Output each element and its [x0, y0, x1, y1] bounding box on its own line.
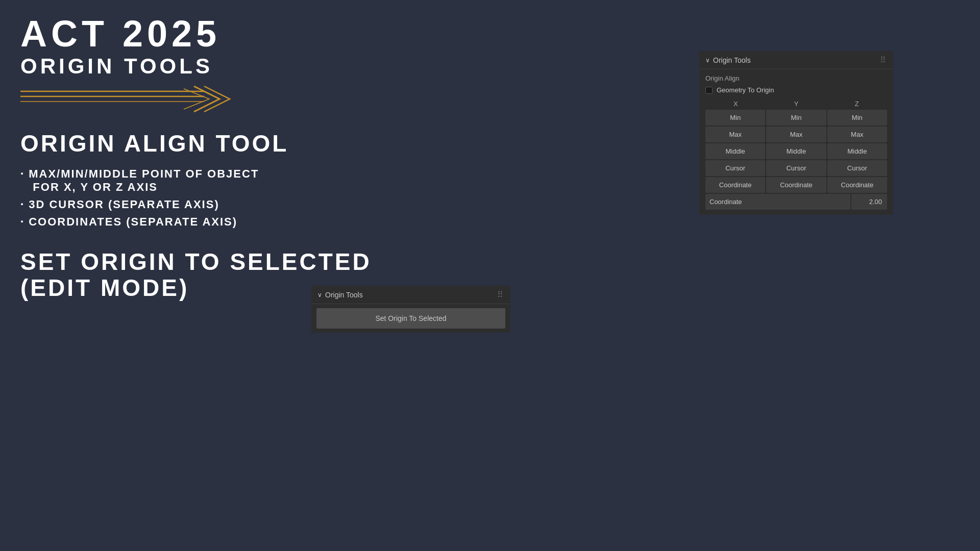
bottom-panel: ∨ Origin Tools ⠿ Set Origin To Selected	[311, 286, 510, 333]
bottom-panel-drag-handle[interactable]: ⠿	[497, 290, 504, 299]
min-row: Min Min Min	[705, 110, 887, 126]
bottom-panel-title: Origin Tools	[325, 291, 363, 299]
axis-x-header: X	[706, 100, 765, 108]
panel-drag-handle[interactable]: ⠿	[880, 55, 887, 65]
coordinate-x-button[interactable]: Coordinate	[705, 177, 765, 193]
app-title: ACT 2025	[20, 15, 388, 52]
max-y-button[interactable]: Max	[766, 127, 826, 142]
panel-collapse-icon[interactable]: ∨	[705, 57, 710, 64]
max-row: Max Max Max	[705, 127, 887, 142]
max-z-button[interactable]: Max	[827, 127, 887, 142]
axis-headers: X Y Z	[705, 100, 887, 108]
bullet-2: · 3D CURSOR (SEPARATE AXIS)	[20, 198, 388, 211]
panel-body: Origin Align Geometry To Origin X Y Z Mi…	[699, 69, 893, 215]
middle-x-button[interactable]: Middle	[705, 143, 765, 159]
coordinate-z-button[interactable]: Coordinate	[827, 177, 887, 193]
middle-row: Middle Middle Middle	[705, 143, 887, 159]
coordinate-label-button[interactable]: Coordinate	[705, 194, 850, 210]
geometry-checkbox[interactable]	[705, 87, 713, 94]
app-subtitle: ORIGIN TOOLS	[20, 54, 388, 79]
panel-header-left: ∨ Origin Tools	[705, 56, 751, 64]
origin-tools-panel: ∨ Origin Tools ⠿ Origin Align Geometry T…	[699, 51, 893, 215]
left-panel: ACT 2025 ORIGIN TOOLS ORIGIN ALIGN TOOL …	[0, 0, 408, 551]
coordinate-y-button[interactable]: Coordinate	[766, 177, 826, 193]
middle-y-button[interactable]: Middle	[766, 143, 826, 159]
cursor-y-button[interactable]: Cursor	[766, 160, 826, 176]
coordinate-row: Coordinate Coordinate Coordinate	[705, 177, 887, 193]
bottom-panel-collapse-icon[interactable]: ∨	[317, 291, 322, 298]
chevron-decoration	[20, 84, 276, 114]
min-z-button[interactable]: Min	[827, 110, 887, 126]
cursor-row: Cursor Cursor Cursor	[705, 160, 887, 176]
geometry-label: Geometry To Origin	[717, 86, 774, 94]
bullet-1: · MAX/MIN/MIDDLE POINT OF OBJECT FOR X, …	[20, 167, 388, 194]
bottom-panel-header-left: ∨ Origin Tools	[317, 291, 363, 299]
panel-title: Origin Tools	[713, 56, 751, 64]
coordinate-value-input[interactable]: 2.00	[851, 194, 887, 210]
cursor-x-button[interactable]: Cursor	[705, 160, 765, 176]
set-origin-button[interactable]: Set Origin To Selected	[316, 308, 505, 329]
section1-title: ORIGIN ALIGN TOOL	[20, 130, 388, 157]
bottom-panel-body: Set Origin To Selected	[311, 304, 510, 333]
coord-value-row: Coordinate 2.00	[705, 194, 887, 210]
min-y-button[interactable]: Min	[766, 110, 826, 126]
max-x-button[interactable]: Max	[705, 127, 765, 142]
middle-z-button[interactable]: Middle	[827, 143, 887, 159]
bullet-3: · COORDINATES (SEPARATE AXIS)	[20, 215, 388, 229]
features-list: · MAX/MIN/MIDDLE POINT OF OBJECT FOR X, …	[20, 167, 388, 229]
axis-y-header: Y	[767, 100, 826, 108]
cursor-z-button[interactable]: Cursor	[827, 160, 887, 176]
geometry-row: Geometry To Origin	[705, 86, 887, 94]
axis-z-header: Z	[827, 100, 886, 108]
bottom-panel-header: ∨ Origin Tools ⠿	[311, 286, 510, 304]
panel-header: ∨ Origin Tools ⠿	[699, 51, 893, 69]
min-x-button[interactable]: Min	[705, 110, 765, 126]
origin-align-label: Origin Align	[705, 74, 887, 82]
